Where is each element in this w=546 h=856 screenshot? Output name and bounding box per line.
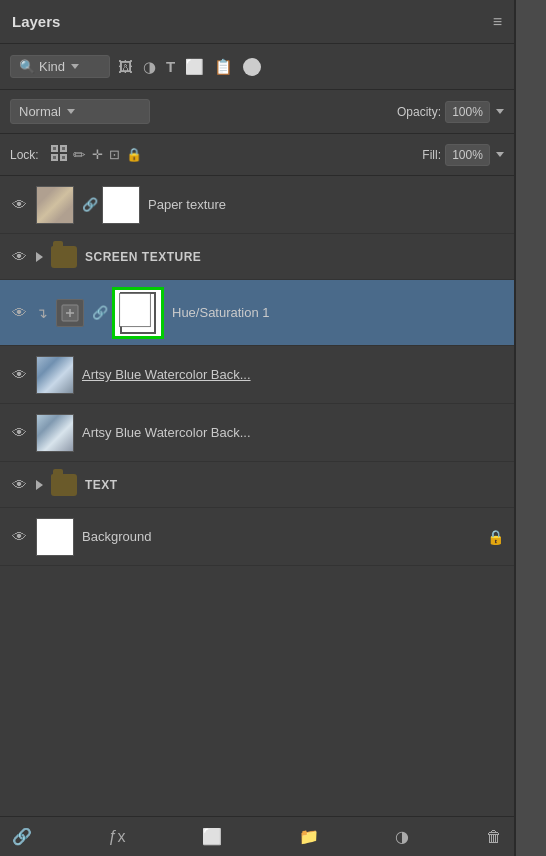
visibility-eye-text-folder[interactable]: 👁 [10, 476, 28, 493]
layers-list: 👁 🔗 Paper texture 👁 SCREEN TEXTURE 👁 ↴ [0, 176, 514, 816]
adj-layer-icon [56, 299, 84, 327]
layer-item-background[interactable]: 👁 Background 🔒 [0, 508, 514, 566]
thumbnail2-paper-texture [102, 186, 140, 224]
blend-mode-select[interactable]: Normal [10, 99, 150, 124]
thumbnail-hue-saturation [112, 287, 164, 339]
expand-triangle-text[interactable] [36, 480, 43, 490]
layer-name-hue-saturation: Hue/Saturation 1 [172, 305, 504, 320]
visibility-eye-watercolor-2[interactable]: 👁 [10, 424, 28, 441]
visibility-eye-hue-saturation[interactable]: 👁 [10, 304, 28, 321]
kind-select[interactable]: 🔍 Kind [10, 55, 110, 78]
opacity-arrow [496, 109, 504, 114]
panel-menu-icon[interactable]: ≡ [493, 13, 502, 31]
lock-label: Lock: [10, 148, 39, 162]
link-icon-paper-texture: 🔗 [82, 197, 94, 212]
layer-name-watercolor-1: Artsy Blue Watercolor Back... [82, 367, 504, 382]
shape-filter-icon[interactable]: ⬜ [185, 58, 204, 76]
svg-rect-5 [62, 147, 65, 150]
thumbnail-hue-svg [119, 291, 151, 329]
svg-rect-4 [53, 147, 56, 150]
layer-name-paper-texture: Paper texture [148, 197, 504, 212]
layer-name-text-folder: TEXT [85, 478, 118, 492]
thumbnail-watercolor-2 [36, 414, 74, 452]
svg-rect-11 [120, 293, 151, 326]
layer-name-background: Background [82, 529, 479, 544]
new-adjustment-button[interactable]: ◑ [395, 827, 409, 846]
lock-paint-button[interactable]: ✏ [73, 146, 86, 164]
lock-move-button[interactable]: ✛ [92, 147, 103, 162]
layer-item-paper-texture[interactable]: 👁 🔗 Paper texture [0, 176, 514, 234]
text-filter-icon[interactable]: T [166, 58, 175, 75]
visibility-eye-watercolor-1[interactable]: 👁 [10, 366, 28, 383]
add-mask-button[interactable]: ⬜ [202, 827, 222, 846]
clipping-arrow-icon: ↴ [36, 305, 48, 321]
expand-triangle-screen-texture[interactable] [36, 252, 43, 262]
fill-group: Fill: 100% [422, 144, 504, 166]
title-bar-left: Layers [12, 13, 60, 30]
visibility-eye-background[interactable]: 👁 [10, 528, 28, 545]
filter-row: 🔍 Kind 🖼 ◑ T ⬜ 📋 [0, 44, 514, 90]
add-style-button[interactable]: ƒx [109, 828, 126, 846]
panel-title: Layers [12, 13, 60, 30]
visibility-eye-screen-texture[interactable]: 👁 [10, 248, 28, 265]
svg-rect-6 [53, 156, 56, 159]
fill-arrow [496, 152, 504, 157]
bottom-toolbar: 🔗 ƒx ⬜ 📁 ◑ 🗑 [0, 816, 514, 856]
layer-item-text-folder[interactable]: 👁 TEXT [0, 462, 514, 508]
thumbnail-hue-inner [120, 292, 156, 334]
title-bar: Layers ≡ [0, 0, 514, 44]
svg-rect-7 [62, 156, 65, 159]
opacity-input[interactable]: 100% [445, 101, 490, 123]
layer-item-hue-saturation[interactable]: 👁 ↴ 🔗 Hue/Saturation 1 [0, 280, 514, 346]
kind-dropdown-arrow [71, 64, 79, 69]
smart-filter-icon[interactable]: 📋 [214, 58, 233, 76]
lock-row: Lock: ✏ ✛ ⊡ 🔒 [0, 134, 514, 176]
fill-label: Fill: [422, 148, 441, 162]
blend-mode-value: Normal [19, 104, 61, 119]
fill-input[interactable]: 100% [445, 144, 490, 166]
layer-name-watercolor-2: Artsy Blue Watercolor Back... [82, 425, 504, 440]
layer-name-screen-texture: SCREEN TEXTURE [85, 250, 201, 264]
layer-item-watercolor-1[interactable]: 👁 Artsy Blue Watercolor Back... [0, 346, 514, 404]
lock-artboard-button[interactable]: ⊡ [109, 147, 120, 162]
blend-mode-arrow [67, 109, 75, 114]
search-icon: 🔍 [19, 59, 35, 74]
lock-icon-background: 🔒 [487, 529, 504, 545]
layer-item-watercolor-2[interactable]: 👁 Artsy Blue Watercolor Back... [0, 404, 514, 462]
layers-panel: Layers ≡ 🔍 Kind 🖼 ◑ T ⬜ 📋 Normal [0, 0, 516, 856]
link-layers-button[interactable]: 🔗 [12, 827, 32, 846]
blend-mode-row: Normal Opacity: 100% [0, 90, 514, 134]
opacity-group: Opacity: 100% [397, 101, 504, 123]
create-group-button[interactable]: 📁 [299, 827, 319, 846]
kind-label: Kind [39, 59, 65, 74]
folder-icon-text [51, 474, 77, 496]
image-filter-icon[interactable]: 🖼 [118, 58, 133, 75]
visibility-eye-paper-texture[interactable]: 👁 [10, 196, 28, 213]
delete-layer-button[interactable]: 🗑 [486, 828, 502, 846]
thumbnail-background [36, 518, 74, 556]
circle-filter-icon[interactable]: ◑ [143, 58, 156, 76]
lock-icons-group: ✏ ✛ ⊡ 🔒 [51, 145, 142, 164]
layer-item-screen-texture[interactable]: 👁 SCREEN TEXTURE [0, 234, 514, 280]
lock-transparent-icon [51, 145, 67, 161]
filter-icons: 🖼 ◑ T ⬜ 📋 [118, 58, 261, 76]
folder-icon-screen-texture [51, 246, 77, 268]
lock-transparent-button[interactable] [51, 145, 67, 164]
link-icon-hue-saturation: 🔗 [92, 305, 104, 320]
thumbnail-paper-texture [36, 186, 74, 224]
lock-all-button[interactable]: 🔒 [126, 147, 142, 162]
adj-layer-svg [60, 303, 80, 323]
opacity-label: Opacity: [397, 105, 441, 119]
pixel-filter-icon[interactable] [243, 58, 261, 76]
thumbnail-watercolor-1 [36, 356, 74, 394]
